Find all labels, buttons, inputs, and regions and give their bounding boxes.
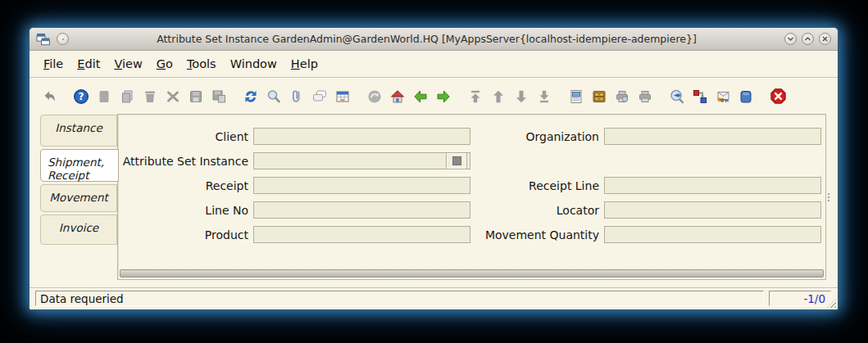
receipt-field[interactable] <box>257 177 467 194</box>
home-icon <box>389 88 406 105</box>
menu-edit[interactable]: Edit <box>77 57 100 70</box>
toolbar: ? <box>30 79 838 114</box>
new-record-button[interactable] <box>93 86 115 107</box>
delete-record-icon <box>142 88 158 105</box>
detail-record-icon <box>513 88 529 105</box>
organization-field-wrap <box>604 128 821 145</box>
print-preview-icon <box>614 88 630 105</box>
chevron-down-icon <box>786 34 795 43</box>
shade-button[interactable] <box>784 33 797 45</box>
receipt-line-field[interactable] <box>607 177 818 194</box>
undo-button[interactable] <box>39 86 60 107</box>
delete-record-button[interactable] <box>139 86 161 107</box>
svg-text:?: ? <box>79 91 84 102</box>
print-button[interactable] <box>634 86 656 107</box>
history-icon <box>366 88 383 105</box>
receipt-field-wrap <box>253 177 470 194</box>
receipt-line-field-wrap <box>604 177 821 194</box>
rollup-dot-icon <box>62 38 64 40</box>
copy-record-button[interactable] <box>116 86 138 107</box>
save-icon <box>188 88 204 105</box>
save-button[interactable] <box>185 86 207 107</box>
product-field[interactable] <box>257 226 467 243</box>
tab-instance[interactable]: Instance <box>40 115 117 147</box>
line-no-label: Line No <box>120 204 253 217</box>
tab-invoice[interactable]: Invoice <box>40 214 117 245</box>
record-indicator[interactable]: -1/0 <box>769 291 831 306</box>
parent-record-button[interactable] <box>488 86 509 107</box>
maximize-button[interactable] <box>802 33 814 45</box>
grid-toggle-button[interactable] <box>332 86 353 107</box>
movement-quantity-field[interactable] <box>607 226 818 243</box>
requery-icon <box>243 88 259 105</box>
next-record-button[interactable] <box>433 86 454 107</box>
last-record-icon <box>536 88 552 105</box>
delete-selection-button[interactable] <box>162 86 184 107</box>
first-record-button[interactable] <box>465 86 486 107</box>
tab-shipment-receipt[interactable]: Shipment, Receipt <box>40 149 119 182</box>
rollup-button[interactable] <box>57 33 69 45</box>
window-menu-button[interactable] <box>36 33 52 46</box>
archive-button[interactable] <box>589 86 610 107</box>
report-button[interactable] <box>566 86 587 107</box>
attachment-button[interactable] <box>286 86 307 107</box>
menu-help[interactable]: Help <box>291 57 318 70</box>
attachment-icon <box>289 88 305 105</box>
new-record-icon <box>96 88 112 105</box>
client-field[interactable] <box>257 128 467 145</box>
tab-movement[interactable]: Movement <box>40 184 117 212</box>
next-record-icon <box>435 88 452 105</box>
menu-bar: File Edit View Go Tools Window Help <box>30 51 838 77</box>
save-and-create-button[interactable] <box>208 86 229 107</box>
end-window-button[interactable] <box>767 86 788 107</box>
form-row: Receipt Receipt Line <box>118 177 825 194</box>
workflow-button[interactable] <box>689 86 711 107</box>
close-icon <box>820 34 829 43</box>
window-title: Attribute Set Instance GardenAdmin@Garde… <box>74 33 779 45</box>
menu-window[interactable]: Window <box>230 57 277 70</box>
attribute-set-instance-dialog-button[interactable] <box>446 152 467 169</box>
organization-field[interactable] <box>607 128 818 145</box>
attribute-set-instance-label: Attribute Set Instance <box>120 155 253 168</box>
main-area: Instance Shipment, Receipt Movement Invo… <box>30 113 838 290</box>
report-icon <box>568 88 584 105</box>
help-button[interactable]: ? <box>70 86 92 107</box>
menu-go[interactable]: Go <box>157 57 173 70</box>
split-pane-divider[interactable] <box>826 114 830 280</box>
horizontal-scrollbar[interactable] <box>120 269 824 278</box>
request-button[interactable] <box>712 86 734 107</box>
history-button[interactable] <box>364 86 385 107</box>
status-message: Data requeried <box>35 291 764 306</box>
menu-tools[interactable]: Tools <box>187 57 216 70</box>
find-button[interactable] <box>263 86 284 107</box>
undo-icon <box>41 88 57 105</box>
window-controls <box>784 33 831 45</box>
close-button[interactable] <box>819 33 831 45</box>
delete-selection-icon <box>165 88 181 105</box>
zoom-across-icon <box>669 88 685 105</box>
previous-record-button[interactable] <box>410 86 431 107</box>
parent-record-icon <box>490 88 507 105</box>
print-preview-button[interactable] <box>611 86 633 107</box>
line-no-field[interactable] <box>257 201 467 219</box>
movement-quantity-label: Movement Quantity <box>470 228 604 241</box>
form-panel: Client Organization Attribute Set Instan… <box>117 114 826 280</box>
attribute-set-instance-field[interactable] <box>257 152 446 169</box>
form-row: Client Organization <box>118 128 825 145</box>
requery-button[interactable] <box>240 86 261 107</box>
product-info-button[interactable] <box>735 86 757 107</box>
detail-record-button[interactable] <box>511 86 532 107</box>
print-icon <box>637 88 653 105</box>
chat-button[interactable] <box>309 86 330 107</box>
menu-view[interactable]: View <box>114 57 142 70</box>
menu-file[interactable]: File <box>43 57 63 70</box>
last-record-button[interactable] <box>534 86 555 107</box>
grid-toggle-icon <box>334 88 351 105</box>
form-row: Attribute Set Instance <box>118 152 825 169</box>
locator-label: Locator <box>470 204 604 217</box>
zoom-across-button[interactable] <box>666 86 688 107</box>
locator-field[interactable] <box>607 201 818 219</box>
form: Client Organization Attribute Set Instan… <box>118 115 825 243</box>
movement-quantity-field-wrap <box>604 226 821 243</box>
home-button[interactable] <box>387 86 408 107</box>
